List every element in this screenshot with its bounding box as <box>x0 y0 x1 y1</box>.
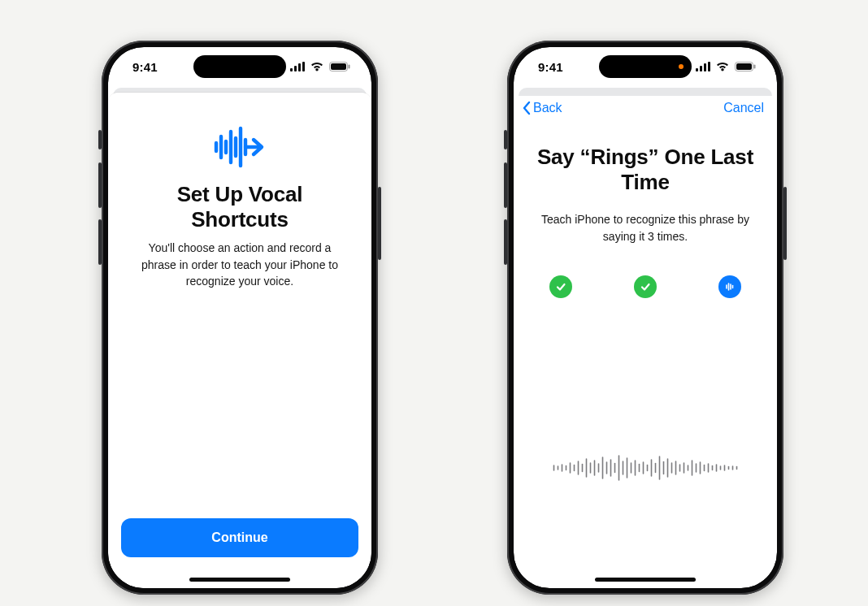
volume-up-button <box>98 162 102 208</box>
svg-rect-19 <box>736 63 752 70</box>
phone-bezel: 9:41 <box>514 47 777 588</box>
teach-content: Say “Rings” One Last Time Teach iPhone t… <box>514 145 777 588</box>
check-icon <box>555 281 566 292</box>
sheet-backdrop <box>519 88 772 96</box>
status-time: 9:41 <box>132 60 158 74</box>
recording-dot-3 <box>718 275 741 298</box>
phone-right: 9:41 <box>507 41 783 595</box>
status-time: 9:41 <box>538 60 563 74</box>
modal-sheet: Set Up Vocal Shortcuts You'll choose an … <box>108 93 371 588</box>
status-indicators <box>290 62 350 71</box>
recording-progress <box>535 275 756 298</box>
waveform-mini-icon <box>724 281 736 292</box>
chevron-left-icon <box>522 101 532 115</box>
back-label: Back <box>533 101 562 115</box>
svg-rect-2 <box>298 63 301 71</box>
back-button[interactable]: Back <box>522 101 562 115</box>
continue-button[interactable]: Continue <box>121 518 358 557</box>
power-button <box>783 187 787 260</box>
silence-switch <box>504 130 507 149</box>
continue-button-label: Continue <box>211 530 267 545</box>
svg-rect-6 <box>349 65 350 69</box>
svg-rect-3 <box>302 62 305 71</box>
svg-rect-17 <box>708 62 710 71</box>
wifi-icon <box>310 62 324 71</box>
volume-up-button <box>504 162 507 208</box>
intro-title: Set Up Vocal Shortcuts <box>132 182 347 232</box>
svg-rect-1 <box>294 66 297 71</box>
cancel-label: Cancel <box>723 101 764 115</box>
phone-screen-left: 9:41 <box>108 47 371 588</box>
recording-indicator-icon <box>679 64 684 69</box>
volume-down-button <box>98 219 102 265</box>
svg-rect-15 <box>700 66 702 71</box>
status-indicators <box>696 62 756 71</box>
volume-down-button <box>504 219 507 265</box>
phone-left: 9:41 <box>102 41 378 595</box>
svg-rect-14 <box>696 68 698 71</box>
live-waveform <box>514 444 777 492</box>
check-icon <box>640 281 651 292</box>
home-indicator[interactable] <box>189 578 290 582</box>
stage: 9:41 <box>0 0 868 606</box>
dynamic-island <box>193 55 286 78</box>
home-indicator[interactable] <box>595 578 696 582</box>
silence-switch <box>98 130 102 149</box>
cellular-icon <box>290 62 305 71</box>
svg-rect-20 <box>754 65 756 69</box>
battery-icon <box>329 62 350 71</box>
cellular-icon <box>696 62 710 71</box>
teach-title: Say “Rings” One Last Time <box>535 145 756 195</box>
teach-description: Teach iPhone to recognize this phrase by… <box>540 211 751 245</box>
recording-dot-2 <box>634 275 657 298</box>
intro-description: You'll choose an action and record a phr… <box>132 240 347 289</box>
battery-icon <box>735 62 756 71</box>
dynamic-island <box>599 55 692 78</box>
vocal-shortcut-icon <box>211 125 268 169</box>
power-button <box>378 187 381 260</box>
recording-dot-1 <box>549 275 572 298</box>
svg-rect-5 <box>331 63 346 70</box>
nav-bar: Back Cancel <box>514 96 777 120</box>
phone-bezel: 9:41 <box>108 47 371 588</box>
cancel-button[interactable]: Cancel <box>723 101 764 115</box>
svg-rect-0 <box>290 68 293 71</box>
svg-rect-16 <box>704 63 706 71</box>
phone-screen-right: 9:41 <box>514 47 777 588</box>
wifi-icon <box>715 62 730 71</box>
